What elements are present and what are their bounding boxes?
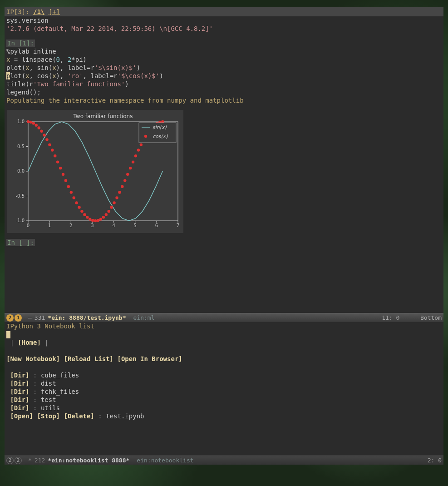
buffer-name[interactable]: *ein: 8888/test.ipynb* [48, 314, 126, 321]
svg-point-38 [51, 149, 54, 151]
svg-point-69 [134, 154, 137, 157]
major-mode: ein:notebooklist [137, 457, 193, 464]
empty-space [5, 424, 443, 456]
tab-bar: IP[3]: /1\ [+] [5, 7, 443, 16]
code-str: 'ro' [68, 72, 83, 79]
svg-text:cos(x): cos(x) [153, 134, 168, 139]
svg-point-31 [32, 122, 35, 124]
home-link[interactable]: [Home] [18, 339, 41, 346]
workspace-badge[interactable]: 2 [6, 457, 14, 464]
dir-name[interactable]: fchk_files [41, 388, 79, 395]
reload-list-button[interactable]: [Reload List] [64, 355, 113, 362]
code-str: '$\sin(x)$' [94, 64, 137, 71]
cell-empty[interactable]: In [ ]: [5, 233, 443, 250]
notebooklist-pane: IPython 3 Notebook list | [Home] | [New … [5, 322, 443, 456]
sep: : [30, 388, 41, 395]
code-text: = linspace( [10, 56, 56, 63]
modeline-num: 212 [34, 457, 45, 464]
cell-prompt: In [1]: [6, 40, 35, 47]
dir-name[interactable]: cube_files [41, 372, 79, 379]
svg-text:1.0: 1.0 [17, 119, 25, 124]
svg-point-34 [40, 130, 43, 133]
svg-point-56 [99, 218, 102, 220]
code-text: , sin( [30, 64, 53, 71]
code-num: 0 [56, 56, 60, 63]
dir-name[interactable]: utils [41, 404, 60, 412]
svg-text:6: 6 [155, 223, 158, 228]
pipe: | [44, 339, 48, 346]
cursor [6, 331, 10, 338]
svg-text:sin(x): sin(x) [153, 124, 167, 130]
svg-point-67 [129, 167, 132, 169]
new-notebook-button[interactable]: [New Notebook] [6, 355, 60, 362]
open-button[interactable]: [Open] [10, 412, 33, 420]
workspace-badge[interactable]: 2 [6, 314, 14, 322]
svg-text:1: 1 [48, 223, 51, 228]
dir-name[interactable]: dist [41, 380, 56, 387]
svg-text:0: 0 [27, 223, 30, 228]
svg-point-54 [94, 219, 97, 222]
cell-1[interactable]: In [1]: %pylab inline x = linspace(0, 2*… [5, 36, 443, 108]
delete-button[interactable]: [Delete] [64, 412, 94, 420]
open-in-browser-button[interactable]: [Open In Browser] [117, 355, 182, 362]
nb-list-title: IPython 3 Notebook list [6, 322, 94, 330]
dir-tag[interactable]: [Dir] [10, 396, 29, 403]
svg-point-44 [67, 185, 70, 188]
svg-point-33 [38, 126, 40, 129]
code-line: %pylab inline [6, 48, 56, 55]
code-text: , cos( [30, 72, 53, 79]
svg-point-66 [126, 173, 129, 176]
modeline-num: 331 [34, 314, 45, 321]
code-text: ) [137, 64, 140, 71]
dir-tag[interactable]: [Dir] [10, 372, 29, 379]
code-var: x [25, 64, 29, 71]
svg-point-53 [91, 219, 94, 222]
out-line: sys.version [6, 17, 49, 24]
svg-point-32 [35, 124, 38, 126]
code-text: ) [125, 80, 128, 88]
tab-1[interactable]: /1\ [33, 8, 44, 15]
svg-point-57 [102, 216, 105, 218]
nb-file-name[interactable]: test.ipynb [106, 412, 144, 420]
workspace-badge[interactable]: 2 [15, 457, 22, 464]
empty-space [5, 263, 443, 313]
svg-point-83 [144, 135, 147, 138]
svg-text:-1.0: -1.0 [15, 218, 25, 223]
pipe: | [10, 339, 14, 346]
scroll-pos: Bottom [420, 314, 442, 321]
code-str: 'Two familiar functions' [33, 80, 125, 88]
empty-cell-body[interactable] [5, 254, 443, 263]
chart-svg: Two familiar functions01234567-1.0-0.50.… [9, 112, 182, 230]
dir-name[interactable]: test [41, 396, 56, 403]
sep: : [30, 380, 41, 387]
buffer-name[interactable]: *ein:notebooklist 8888* [48, 457, 129, 464]
workspace-badge[interactable]: 1 [15, 314, 22, 322]
modeline-dash: — [28, 314, 32, 321]
sep: : [94, 412, 106, 420]
svg-point-65 [123, 179, 126, 182]
code-text: ), [56, 72, 68, 79]
svg-point-41 [59, 167, 62, 169]
dir-tag[interactable]: [Dir] [10, 404, 29, 412]
dir-tag[interactable]: [Dir] [10, 380, 29, 387]
svg-point-30 [30, 121, 32, 124]
notebook-list: IPython 3 Notebook list | [Home] | [New … [5, 322, 443, 424]
code-text: plot( [6, 64, 25, 71]
code-var: x [52, 64, 56, 71]
stop-button[interactable]: [Stop] [37, 412, 60, 420]
svg-point-45 [70, 191, 73, 193]
svg-point-70 [137, 149, 140, 151]
svg-point-50 [83, 213, 86, 216]
tab-add[interactable]: [+] [49, 8, 60, 15]
svg-point-64 [121, 185, 123, 188]
modeline-top: 2 1 — 331 *ein: 8888/test.ipynb* ein:ml … [5, 313, 443, 322]
code-text: ) [159, 72, 163, 79]
dir-tag[interactable]: [Dir] [10, 388, 29, 395]
line-col: 11: 0 [382, 314, 399, 321]
svg-text:2: 2 [69, 223, 72, 228]
svg-point-59 [108, 210, 110, 213]
svg-point-63 [118, 191, 121, 193]
svg-point-71 [140, 143, 143, 146]
svg-text:Two familiar functions: Two familiar functions [73, 113, 133, 119]
svg-point-55 [97, 219, 99, 222]
